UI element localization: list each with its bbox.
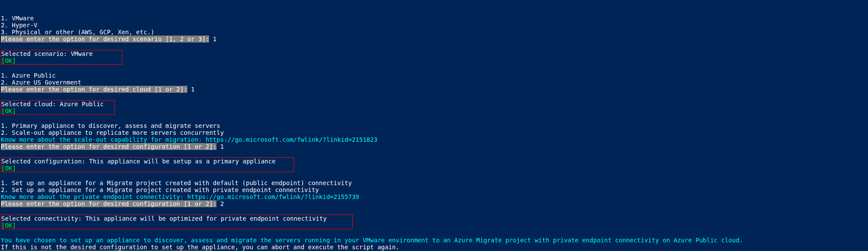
- ok-status: [OK]: [1, 108, 16, 114]
- config-option-2: 2. Scale-out appliance to replicate more…: [1, 129, 224, 136]
- scenario-option-1: 1. VMware: [1, 15, 34, 22]
- config-option-1: 1. Primary appliance to discover, assess…: [1, 122, 220, 129]
- scenario-prompt: Please enter the option for desired scen…: [1, 36, 209, 42]
- summary-line-2: If this is not the desired configuration…: [1, 244, 400, 251]
- scenario-input: 1: [209, 36, 216, 42]
- connectivity-option-2: 2. Set up an appliance for a Migrate pro…: [1, 186, 319, 193]
- cloud-selected: Selected cloud: Azure Public: [1, 101, 104, 108]
- config-selection-box: Selected configuration: This appliance w…: [1, 157, 294, 172]
- scenario-selection-box: Selected scenario: VMware [OK]: [1, 50, 122, 65]
- cloud-option-2: 2. Azure US Government: [1, 79, 81, 86]
- ok-status: [OK]: [1, 165, 16, 172]
- connectivity-prompt: Please enter the option for desired conf…: [1, 200, 216, 207]
- cloud-selection-box: Selected cloud: Azure Public [OK]: [1, 100, 115, 115]
- connectivity-selected: Selected connectivity: This appliance wi…: [1, 215, 327, 222]
- summary-line-1: You have chosen to set up an appliance t…: [1, 237, 743, 244]
- ok-status: [OK]: [1, 57, 16, 64]
- scenario-selected: Selected scenario: VMware: [1, 50, 93, 57]
- cloud-option-1: 1. Azure Public: [1, 72, 56, 79]
- connectivity-option-1: 1. Set up an appliance for a Migrate pro…: [1, 179, 352, 186]
- connectivity-selection-box: Selected connectivity: This appliance wi…: [1, 215, 353, 229]
- scenario-option-2: 2. Hyper-V: [1, 22, 37, 29]
- config-selected: Selected configuration: This appliance w…: [1, 158, 275, 165]
- connectivity-input: 2: [216, 200, 224, 207]
- ok-status: [OK]: [1, 222, 16, 229]
- private-endpoint-link: Know more about the private endpoint con…: [1, 193, 359, 200]
- cloud-input: 1: [187, 86, 195, 93]
- cloud-prompt: Please enter the option for desired clou…: [1, 86, 187, 93]
- scaleout-link: Know more about the scale-out capability…: [1, 136, 377, 143]
- config-prompt: Please enter the option for desired conf…: [1, 143, 216, 150]
- terminal-output[interactable]: 1. VMware 2. Hyper-V 3. Physical or othe…: [1, 15, 867, 251]
- config-input: 1: [216, 143, 224, 150]
- scenario-option-3: 3. Physical or other (AWS, GCP, Xen, etc…: [1, 29, 154, 36]
